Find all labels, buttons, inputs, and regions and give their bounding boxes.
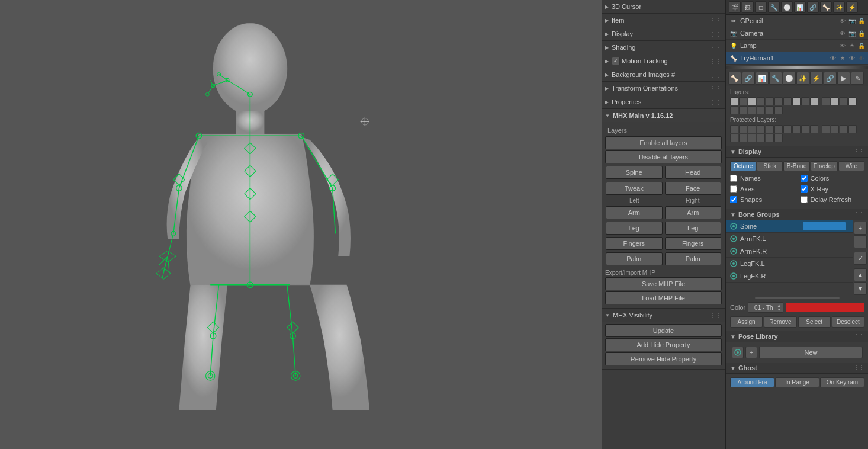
ghost-in-range-btn[interactable]: In Range [775,377,819,387]
properties-physics-icon[interactable]: ⚡ [846,1,858,13]
motion-tracking-checkbox[interactable]: ✓ [612,57,620,65]
properties-object-data-icon[interactable]: 🦴 [820,1,832,13]
player-dot-12[interactable] [831,125,839,133]
bone-group-armfkr[interactable]: ArmFK.R [726,245,853,258]
assign-btn[interactable]: Assign [730,316,763,328]
left-palm-btn[interactable]: Palm [606,252,663,265]
camera-restrict[interactable]: 🔒 [857,29,866,37]
layer-dot-10[interactable] [810,97,818,105]
names-checkbox[interactable] [730,175,737,182]
layer-dot-9[interactable] [801,97,809,105]
select-btn[interactable]: Select [798,316,831,328]
save-mhp-btn[interactable]: Save MHP File [605,277,722,290]
color-swatch-red3[interactable] [838,303,864,312]
enable-all-layers-btn[interactable]: Enable all layers [605,136,722,149]
layer-dot-19[interactable] [766,106,774,114]
scene-item-camera[interactable]: 📷 Camera 👁 📷 🔒 [726,27,868,40]
player-dot-9[interactable] [801,125,809,133]
layer-dot-12[interactable] [831,97,839,105]
properties-scene-icon[interactable]: 🎬 [729,1,741,13]
octane-btn[interactable]: Octane [730,161,756,171]
bone-group-add-btn[interactable]: + [854,222,867,235]
colors-checkbox[interactable] [801,175,808,182]
player-dot-17[interactable] [748,134,756,142]
properties-constraints-icon[interactable]: 🔗 [807,1,819,13]
layer-dot-4[interactable] [757,97,765,105]
section-properties-header[interactable]: ▶ Properties ⋮⋮ [602,95,725,108]
layer-dot-14[interactable] [848,97,857,105]
scene-item-tryhuman[interactable]: 🦴 TryHuman1 👁 ★ 👁 👁 [726,52,868,65]
stick-btn[interactable]: Stick [757,161,783,171]
section-motion-tracking-header[interactable]: ▶ ✓ Motion Tracking ⋮⋮ [602,54,725,68]
section-transform-header[interactable]: ▶ Transform Orientations ⋮⋮ [602,82,725,95]
player-dot-6[interactable] [774,125,783,133]
bone-groups-header[interactable]: ▼ Bone Groups ⋮⋮ [726,209,868,220]
tryhuman-render[interactable]: 👁 [848,54,856,62]
color-swatch-red2[interactable] [812,303,838,312]
properties-modifier-icon[interactable]: 🔧 [768,1,780,13]
layer-dot-3[interactable] [748,97,756,105]
layer-dot-2[interactable] [739,97,747,105]
load-mhp-btn[interactable]: Load MHP File [605,291,722,304]
remove-hide-btn[interactable]: Remove Hide Property [605,352,722,365]
layer-dot-13[interactable] [840,97,848,105]
tweak-btn[interactable]: Tweak [606,182,663,195]
properties-material-icon[interactable]: ⚪ [781,1,793,13]
properties-particles-icon[interactable]: ✨ [833,1,845,13]
layer-dot-20[interactable] [774,106,783,114]
tryhuman-restrict[interactable]: ★ [838,54,847,62]
mhx-main-header[interactable]: ▼ MHX Main v 1.16.12 ⋮⋮ [602,109,725,122]
data-icon-btn[interactable]: 📊 [756,72,769,85]
custom-props-icon-btn[interactable]: ✎ [851,72,864,85]
envelop-btn[interactable]: Envelop [811,161,838,171]
constraint-icon-btn[interactable]: 🔗 [742,72,755,85]
color-swatch-red[interactable] [786,303,812,312]
pose-lib-icon2[interactable]: + [745,347,757,358]
face-btn[interactable]: Face [665,182,722,195]
add-hide-btn[interactable]: Add Hide Property [605,338,722,351]
drivers-icon-btn[interactable]: ▶ [837,72,850,85]
wire-btn[interactable]: Wire [838,161,864,171]
left-leg-btn[interactable]: Leg [606,222,663,235]
xray-checkbox[interactable] [801,185,808,193]
player-dot-10[interactable] [810,125,818,133]
layer-dot-8[interactable] [792,97,801,105]
bone-group-spine[interactable]: Spine [726,220,853,233]
player-dot-15[interactable] [730,134,738,142]
axes-checkbox[interactable] [730,185,737,193]
new-btn[interactable]: New [759,347,863,358]
bbone-btn[interactable]: B-Bone [783,161,809,171]
section-3d-cursor-header[interactable]: ▶ 3D Cursor ⋮⋮ [602,0,725,13]
lamp-eye[interactable]: 👁 [838,41,847,50]
player-dot-11[interactable] [822,125,830,133]
right-fingers-btn[interactable]: Fingers [665,237,722,250]
bone-group-armfkl[interactable]: ArmFK.L [726,233,853,245]
player-dot-4[interactable] [757,125,765,133]
layer-dot-15[interactable] [730,106,738,114]
gpencil-render[interactable]: 📷 [848,17,856,25]
main-viewport[interactable] [0,0,602,449]
bone-group-remove-btn[interactable]: − [854,235,867,248]
shapes-checkbox[interactable] [730,196,737,203]
section-display-header[interactable]: ▶ Display ⋮⋮ [602,27,725,40]
layer-dot-18[interactable] [757,106,765,114]
camera-eye[interactable]: 👁 [838,29,847,37]
tryhuman-extra[interactable]: 👁 [857,54,866,62]
left-arm-btn[interactable]: Arm [606,206,663,219]
left-fingers-btn[interactable]: Fingers [606,237,663,250]
remove-btn[interactable]: Remove [764,316,796,328]
pose-library-header[interactable]: ▼ Pose Library ⋮⋮ [726,331,868,342]
mhx-visibility-header[interactable]: ▼ MHX Visibility ⋮⋮ [602,309,725,322]
properties-data-icon[interactable]: 📊 [794,1,806,13]
spine-btn[interactable]: Spine [606,166,663,179]
scene-item-gpencil[interactable]: ✏ GPencil 👁 📷 🔒 [726,15,868,27]
properties-object-icon[interactable]: ◻ [755,1,767,13]
update-btn[interactable]: Update [605,324,722,337]
pose-icon-btn[interactable]: 🦴 [728,72,741,85]
player-dot-14[interactable] [848,125,857,133]
delay-refresh-checkbox[interactable] [801,196,808,203]
right-palm-btn[interactable]: Palm [665,252,722,265]
layer-dot-6[interactable] [774,97,783,105]
camera-render[interactable]: 📷 [848,29,856,37]
player-dot-20[interactable] [774,134,783,142]
